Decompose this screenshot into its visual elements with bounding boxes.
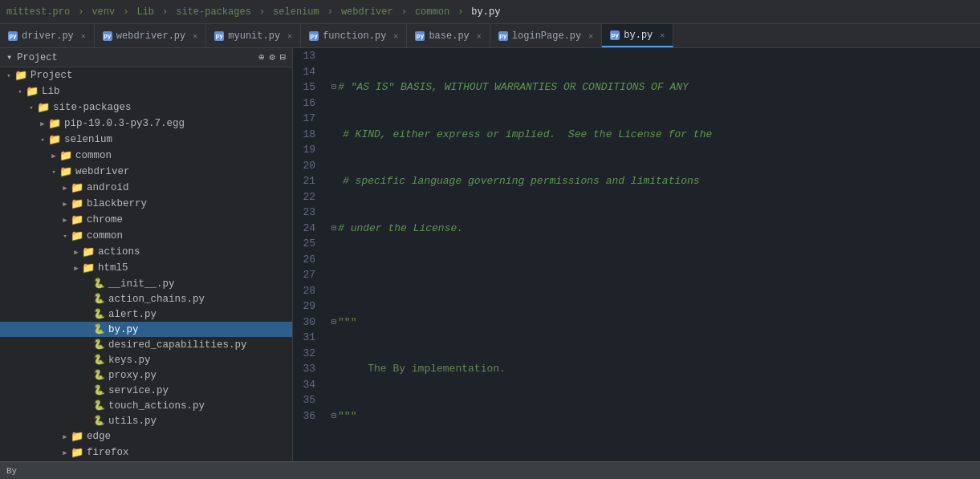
line-numbers: 13 14 15 16 17 18 19 20 21 22 23 24 25 2…	[293, 48, 325, 461]
py-icon: py	[498, 31, 508, 41]
py-file-icon: 🐍	[93, 384, 105, 396]
sidebar-item-label: utils.py	[108, 416, 157, 427]
folder-icon: 📁	[59, 165, 72, 178]
close-icon[interactable]: ✕	[193, 31, 197, 41]
code-content[interactable]: ⊟# "AS IS" BASIS, WITHOUT WARRANTIES OR …	[325, 48, 980, 461]
chevron-right-icon: ▾	[59, 232, 71, 241]
add-icon[interactable]: ⊕	[258, 51, 264, 63]
tab-base-label: base.py	[429, 30, 469, 42]
py-file-icon: 🐍	[93, 308, 105, 320]
fold-arrow[interactable]: ⊟	[331, 81, 336, 93]
tab-myunit[interactable]: py myunit.py ✕	[206, 24, 301, 47]
sidebar-item-android[interactable]: ▶ 📁 android	[0, 180, 292, 196]
sidebar-item-pip[interactable]: ▶ 📁 pip-19.0.3-py3.7.egg	[0, 116, 292, 132]
py-icon: py	[214, 31, 224, 41]
sidebar-item-chrome[interactable]: ▶ 📁 chrome	[0, 212, 292, 228]
folder-icon: 📁	[48, 133, 61, 146]
py-file-icon: 🐍	[93, 369, 105, 381]
sidebar-item-label: service.py	[108, 385, 169, 396]
sidebar-item-label: Lib	[42, 86, 60, 97]
sidebar-item-label: edge	[87, 431, 111, 442]
sidebar-item-lib[interactable]: ▾ 📁 Lib	[0, 83, 292, 99]
chevron-right-icon: ▶	[59, 200, 71, 209]
breadcrumb: mittest.pro › venv › Lib › site-packages…	[6, 6, 500, 18]
sidebar-item-site-packages[interactable]: ▾ 📁 site-packages	[0, 99, 292, 116]
sidebar-item-edge[interactable]: ▶ 📁 edge	[0, 428, 292, 444]
close-icon[interactable]: ✕	[81, 31, 86, 41]
sidebar-item-label: common	[87, 230, 123, 242]
editor[interactable]: 13 14 15 16 17 18 19 20 21 22 23 24 25 2…	[293, 48, 980, 461]
code-line-15: # specific language governing permission…	[331, 173, 974, 189]
tab-myunit-label: myunit.py	[228, 30, 280, 42]
sidebar-item-blackberry[interactable]: ▶ 📁 blackberry	[0, 196, 292, 212]
sidebar-item-action-chains[interactable]: 🐍 action_chains.py	[0, 291, 292, 306]
py-icon: py	[8, 31, 18, 41]
code-line-21	[331, 455, 974, 461]
settings-icon[interactable]: ⚙	[270, 51, 275, 63]
breadcrumb-file: by.py	[471, 6, 500, 18]
breadcrumb-selenium: selenium	[273, 6, 319, 18]
sidebar-item-label: common	[75, 150, 112, 161]
sidebar-item-label: proxy.py	[108, 370, 157, 381]
sidebar-item-label: firefox	[87, 447, 129, 458]
chevron-right-icon: ▶	[71, 248, 82, 257]
sidebar-item-desired-capabilities[interactable]: 🐍 desired_capabilities.py	[0, 337, 292, 352]
sidebar-item-common[interactable]: ▶ 📁 common	[0, 148, 292, 164]
sidebar-item-label: pip-19.0.3-py3.7.egg	[64, 118, 185, 129]
code-line-16: ⊟# under the License.	[331, 221, 974, 237]
sidebar-item-service[interactable]: 🐍 service.py	[0, 383, 292, 398]
tab-driver-label: driver.py	[22, 30, 74, 42]
sidebar: ▾ Project ⊕ ⚙ ⊟ ▾ 📁 Project ▾ 📁 Lib ▾ 📁 …	[0, 48, 293, 461]
sidebar-item-selenium[interactable]: ▾ 📁 selenium	[0, 132, 292, 148]
tab-base[interactable]: py base.py ✕	[407, 24, 490, 47]
tab-by[interactable]: py by.py ✕	[602, 24, 673, 47]
tab-loginpage[interactable]: py loginPage.py ✕	[490, 24, 602, 47]
py-icon: py	[610, 30, 620, 40]
sidebar-item-by[interactable]: 🐍 by.py	[0, 322, 292, 337]
sidebar-item-actions[interactable]: ▶ 📁 actions	[0, 244, 292, 260]
fold-arrow[interactable]: ⊟	[331, 316, 336, 328]
close-icon[interactable]: ✕	[588, 31, 593, 41]
sidebar-item-touch-actions[interactable]: 🐍 touch_actions.py	[0, 398, 292, 413]
project-header: ▾ Project ⊕ ⚙ ⊟	[0, 48, 292, 67]
folder-icon: 📁	[71, 197, 83, 210]
tab-function[interactable]: py function.py ✕	[301, 24, 407, 47]
tab-webdriver[interactable]: py webdriver.py ✕	[95, 24, 206, 47]
breadcrumb-text: mittest.pro	[6, 6, 70, 18]
sidebar-item-keys[interactable]: 🐍 keys.py	[0, 352, 292, 367]
fold-arrow[interactable]: ⊟	[331, 410, 336, 422]
code-line-14: # KIND, either express or implied. See t…	[331, 127, 974, 143]
folder-icon: 📁	[71, 446, 83, 459]
tab-driver[interactable]: py driver.py ✕	[0, 24, 95, 47]
sidebar-item-webdriver[interactable]: ▾ 📁 webdriver	[0, 164, 292, 180]
close-icon[interactable]: ✕	[660, 30, 665, 40]
code-line-20: ⊟"""	[331, 408, 974, 424]
close-icon[interactable]: ✕	[393, 31, 398, 41]
close-icon[interactable]: ✕	[287, 31, 292, 41]
close-icon[interactable]: ✕	[477, 31, 482, 41]
sidebar-item-html5[interactable]: ▶ 📁 html5	[0, 260, 292, 276]
sidebar-item-utils[interactable]: 🐍 utils.py	[0, 413, 292, 428]
chevron-right-icon: ▶	[59, 184, 71, 193]
main-area: ▾ Project ⊕ ⚙ ⊟ ▾ 📁 Project ▾ 📁 Lib ▾ 📁 …	[0, 48, 980, 461]
sidebar-item-firefox[interactable]: ▶ 📁 firefox	[0, 444, 292, 461]
tab-function-label: function.py	[323, 30, 386, 42]
collapse-icon[interactable]: ⊟	[280, 51, 286, 63]
sidebar-item-project[interactable]: ▾ 📁 Project	[0, 67, 292, 83]
breadcrumb-sitepackages: site-packages	[176, 6, 251, 18]
sidebar-item-alert[interactable]: 🐍 alert.py	[0, 306, 292, 322]
folder-icon: 📁	[71, 229, 83, 242]
sidebar-item-label: by.py	[108, 324, 139, 335]
chevron-right-icon: ▾	[3, 71, 14, 80]
sidebar-item-proxy[interactable]: 🐍 proxy.py	[0, 367, 292, 383]
tab-by-label: by.py	[624, 30, 653, 41]
sidebar-item-init[interactable]: 🐍 __init__.py	[0, 276, 292, 291]
py-icon: py	[103, 31, 112, 41]
chevron-right-icon: ▾	[14, 87, 26, 96]
breadcrumb-venv: venv	[91, 6, 115, 18]
py-file-icon: 🐍	[93, 293, 105, 305]
folder-icon: 📁	[71, 213, 83, 226]
fold-arrow[interactable]: ⊟	[331, 222, 336, 234]
bottom-panel: By	[0, 461, 980, 479]
sidebar-item-common2[interactable]: ▾ 📁 common	[0, 228, 292, 244]
